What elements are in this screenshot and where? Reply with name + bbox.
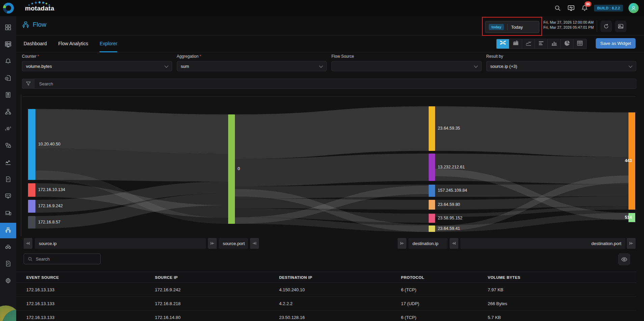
export-image-button[interactable] xyxy=(615,21,626,32)
collapse-right-icon[interactable] xyxy=(250,238,259,249)
collapse-left-icon[interactable] xyxy=(627,238,636,249)
collapse-right-icon[interactable] xyxy=(24,238,32,249)
chevron-down-icon xyxy=(164,64,168,68)
sidebar-item-audit-checklist[interactable] xyxy=(0,257,16,272)
motadata-logo-icon[interactable] xyxy=(3,3,14,14)
axis-label-source-port[interactable]: source.port xyxy=(219,238,248,249)
dashboard-grid-icon xyxy=(5,24,11,32)
sankey-chart-button[interactable] xyxy=(497,39,509,49)
sankey-node-10-20-40-50[interactable] xyxy=(28,109,35,180)
sankey-node-172-16-9-242[interactable] xyxy=(28,200,35,213)
table-row[interactable]: 172.16.13.133172.16.9.2424.150.240.106 (… xyxy=(16,283,636,297)
column-chart-button[interactable] xyxy=(548,39,561,49)
user-avatar[interactable] xyxy=(628,3,639,13)
chevron-down-icon xyxy=(319,64,323,68)
time-range-from: Fri, Mar 27, 2026 12:00:00 AM xyxy=(543,20,595,25)
required-mark: * xyxy=(37,54,39,59)
axis-label-destination-ip[interactable]: destination.ip xyxy=(408,238,448,249)
sidebar-item-scheduled-report[interactable] xyxy=(0,88,16,103)
sankey-node-23-64-59-80[interactable] xyxy=(429,200,435,210)
filter-funnel-button[interactable] xyxy=(22,79,34,88)
result-by-select[interactable]: source.ip (+3) xyxy=(486,61,637,71)
tabs-row: DashboardFlow AnalyticsExplorer Save as … xyxy=(16,35,644,52)
filter-search-input[interactable] xyxy=(34,79,636,88)
axis-label-source-ip[interactable]: source.ip xyxy=(35,238,206,249)
cell-event-source: 172.16.13.133 xyxy=(26,287,155,292)
cell-event-source: 172.16.13.133 xyxy=(26,315,155,320)
pie-chart-icon xyxy=(564,40,570,48)
collapse-left-icon[interactable] xyxy=(398,238,406,249)
cell-source-ip: 172.16.14.80 xyxy=(155,315,279,320)
sidebar-item-dashboard-grid[interactable] xyxy=(0,20,16,36)
sankey-node-23-64-59-35[interactable] xyxy=(429,106,435,151)
sankey-node-13-232-212-61[interactable] xyxy=(429,154,435,181)
collapse-left-icon[interactable] xyxy=(208,238,217,249)
sidebar-item-agent-monitor[interactable] xyxy=(0,189,16,205)
sidebar-item-sitemap[interactable] xyxy=(0,105,16,120)
collapse-right-icon[interactable] xyxy=(450,238,458,249)
sankey-node-label: 172.16.10.134 xyxy=(38,187,65,192)
settings-gear-icon xyxy=(5,277,11,285)
sankey-node-172-16-10-134[interactable] xyxy=(28,183,35,197)
tab-flow-analytics[interactable]: Flow Analytics xyxy=(58,35,88,52)
table-chart-icon xyxy=(576,40,583,48)
pie-chart-button[interactable] xyxy=(561,39,573,49)
counter-select[interactable]: volume.bytes xyxy=(22,61,172,71)
time-range-label: Today xyxy=(511,25,523,30)
sidebar-item-log-document[interactable] xyxy=(0,172,16,188)
sidebar-item-metric-analytics[interactable] xyxy=(0,155,16,171)
sidebar-item-alerts-bell[interactable] xyxy=(0,54,16,70)
cell-source-ip: 172.16.9.242 xyxy=(155,287,279,292)
sankey-node-157-245-109-84[interactable] xyxy=(429,185,435,197)
horizontal-bar-chart-icon xyxy=(538,40,545,48)
time-range-select[interactable]: today Today xyxy=(485,21,539,33)
sankey-node-172-16-8-57[interactable] xyxy=(28,216,35,229)
global-search-icon[interactable] xyxy=(554,4,562,12)
table-search-input[interactable] xyxy=(36,257,97,262)
column-header-destination-ip: DESTINATION IP xyxy=(279,275,401,279)
table-chart-button[interactable] xyxy=(573,39,586,49)
sankey-node-23-64-59-41[interactable] xyxy=(429,225,435,232)
automation-gear-icon xyxy=(5,125,11,133)
sankey-node-label: 23.64.59.41 xyxy=(438,226,460,231)
table-row[interactable]: 172.16.13.133172.16.14.8023.50.128.166 (… xyxy=(16,311,636,321)
refresh-button[interactable] xyxy=(600,21,612,32)
save-as-widget-button[interactable]: Save as Widget xyxy=(596,38,636,49)
range-divider xyxy=(507,24,508,30)
column-visibility-button[interactable] xyxy=(618,253,630,265)
notifications-bell-icon[interactable]: 86 xyxy=(581,4,589,12)
sidebar-item-devices[interactable] xyxy=(0,206,16,221)
axis-label-destination-port[interactable]: destination.port xyxy=(460,238,625,249)
cell-protocol: 6 (TCP) xyxy=(401,287,488,292)
table-row[interactable]: 172.16.13.133172.16.8.2184.2.2.217 (UDP)… xyxy=(16,297,636,311)
tab-dashboard[interactable]: Dashboard xyxy=(24,35,47,52)
sankey-node-0[interactable] xyxy=(228,114,235,224)
sankey-node-label: 23.64.59.80 xyxy=(438,202,460,207)
time-range-values: Fri, Mar 27, 2026 12:00:00 AM Fri, Mar 2… xyxy=(543,20,595,30)
metric-analytics-icon xyxy=(5,159,11,167)
flow-source-label: Flow Source xyxy=(331,54,482,59)
sidebar-item-settings-gear[interactable] xyxy=(0,273,16,289)
sidebar-item-discovery-binoculars[interactable] xyxy=(0,240,16,255)
line-chart-button[interactable] xyxy=(522,39,535,49)
sankey-node-23-58-95-152[interactable] xyxy=(429,214,435,223)
sidebar-item-file-clock[interactable] xyxy=(0,71,16,86)
sankey-node-label: 443 xyxy=(618,158,632,163)
sidebar-item-flow[interactable] xyxy=(0,223,16,238)
tabs: DashboardFlow AnalyticsExplorer xyxy=(24,35,117,52)
area-chart-button[interactable] xyxy=(509,39,522,49)
aggregation-select[interactable]: sum xyxy=(177,61,327,71)
cell-protocol: 17 (UDP) xyxy=(401,301,488,306)
tab-explorer[interactable]: Explorer xyxy=(100,35,117,52)
sitemap-icon xyxy=(5,108,11,116)
cell-volume-bytes: 7.97 KB xyxy=(488,287,636,292)
remote-console-icon[interactable] xyxy=(567,4,575,12)
flow-source-select[interactable] xyxy=(331,61,482,71)
sidebar-item-topology[interactable] xyxy=(0,138,16,154)
horizontal-bar-chart-button[interactable] xyxy=(535,39,548,49)
chevron-down-icon xyxy=(474,64,478,68)
sidebar-item-server-inventory[interactable] xyxy=(0,37,16,53)
sidebar-item-automation-gear[interactable] xyxy=(0,122,16,137)
chart-left-border xyxy=(21,95,21,236)
sankey-node-label: 10.20.40.50 xyxy=(38,142,60,146)
